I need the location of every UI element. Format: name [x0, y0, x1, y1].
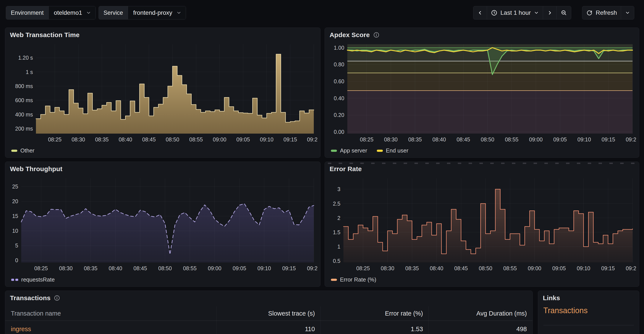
- svg-text:0.5: 0.5: [333, 258, 340, 264]
- svg-text:08:45: 08:45: [454, 265, 468, 271]
- dashboard-toolbar: Environment oteldemo1 Service frontend-p…: [0, 0, 644, 26]
- chevron-right-icon: [547, 10, 552, 16]
- svg-text:1.5: 1.5: [333, 229, 340, 235]
- svg-text:09:05: 09:05: [552, 265, 566, 271]
- svg-text:400 ms: 400 ms: [15, 111, 33, 117]
- svg-text:08:45: 08:45: [134, 265, 147, 271]
- refresh-button[interactable]: Refresh: [582, 6, 621, 19]
- environment-value: oteldemo1: [54, 9, 82, 16]
- svg-text:200 ms: 200 ms: [15, 126, 33, 132]
- svg-text:08:25: 08:25: [48, 136, 62, 142]
- chart-legend: Other: [11, 147, 34, 154]
- time-shift-back-button[interactable]: [473, 6, 487, 19]
- svg-text:1: 1: [337, 244, 340, 250]
- svg-text:1.20 s: 1.20 s: [18, 55, 33, 61]
- annotation-ticks: [328, 163, 636, 164]
- legend-item[interactable]: End user: [377, 147, 408, 154]
- svg-text:1.00: 1.00: [334, 45, 344, 51]
- svg-text:08:45: 08:45: [142, 136, 156, 142]
- svg-text:08:50: 08:50: [481, 136, 494, 142]
- svg-text:09:05: 09:05: [553, 136, 567, 142]
- chevron-down-icon: [534, 10, 539, 16]
- chevron-down-icon: [176, 10, 182, 16]
- environment-variable: Environment oteldemo1: [6, 6, 96, 20]
- svg-text:08:40: 08:40: [430, 265, 444, 271]
- transaction-name-link[interactable]: ingress: [11, 325, 31, 332]
- svg-text:0: 0: [15, 257, 18, 263]
- info-icon[interactable]: [54, 295, 60, 301]
- svg-text:08:40: 08:40: [119, 136, 132, 142]
- refresh-controls: Refresh: [582, 6, 634, 20]
- svg-text:25: 25: [12, 184, 18, 190]
- clock-icon: [491, 10, 498, 16]
- svg-text:0.00: 0.00: [334, 129, 344, 135]
- svg-text:0.80: 0.80: [334, 61, 344, 67]
- svg-text:09:00: 09:00: [208, 265, 222, 271]
- svg-text:09:00: 09:00: [529, 136, 543, 142]
- svg-text:08:55: 08:55: [183, 265, 196, 271]
- svg-text:08:50: 08:50: [479, 265, 492, 271]
- svg-text:09:15: 09:15: [282, 265, 296, 271]
- column-header-error-rate[interactable]: Error rate (%): [320, 306, 428, 320]
- svg-text:600 ms: 600 ms: [15, 97, 33, 103]
- refresh-interval-dropdown[interactable]: [621, 6, 634, 19]
- svg-text:10: 10: [12, 228, 18, 234]
- svg-text:08:30: 08:30: [384, 136, 398, 142]
- service-variable: Service frontend-proxy: [98, 6, 186, 20]
- svg-text:5: 5: [15, 242, 18, 249]
- transactions-link[interactable]: Transactions: [543, 306, 588, 315]
- svg-text:09:15: 09:15: [602, 136, 615, 142]
- zoom-out-button[interactable]: [556, 6, 571, 19]
- column-header-transaction-name[interactable]: Transaction name: [5, 306, 216, 320]
- svg-text:08:30: 08:30: [59, 265, 73, 271]
- legend-swatch: [377, 150, 383, 152]
- panel-web-transaction-time: Web Transaction Time 08:2508:3008:3508:4…: [5, 28, 320, 158]
- svg-text:09:00: 09:00: [528, 265, 541, 271]
- svg-text:09:20: 09:20: [626, 136, 636, 142]
- legend-item[interactable]: requestsRate: [11, 276, 55, 283]
- svg-text:08:30: 08:30: [381, 265, 394, 271]
- svg-text:08:55: 08:55: [189, 136, 203, 142]
- svg-text:20: 20: [12, 198, 18, 204]
- environment-select[interactable]: oteldemo1: [49, 6, 96, 19]
- time-shift-forward-button[interactable]: [543, 6, 556, 19]
- table-header-row: Transaction name Slowest trace (s) Error…: [5, 306, 532, 321]
- legend-item[interactable]: Error Rate (%): [331, 276, 376, 283]
- legend-label: requestsRate: [21, 276, 55, 283]
- time-range-picker[interactable]: Last 1 hour: [487, 6, 543, 19]
- zoom-out-icon: [561, 10, 567, 16]
- apdex-score-chart[interactable]: 08:2508:3008:3508:4008:4508:5008:5509:00…: [328, 42, 636, 145]
- transactions-table: Transaction name Slowest trace (s) Error…: [5, 306, 532, 334]
- svg-text:0.60: 0.60: [334, 78, 344, 84]
- column-header-slowest-trace[interactable]: Slowest trace (s): [216, 306, 320, 320]
- legend-label: App server: [340, 147, 367, 154]
- svg-text:08:25: 08:25: [34, 265, 48, 271]
- service-select[interactable]: frontend-proxy: [128, 6, 186, 19]
- info-icon[interactable]: [373, 32, 380, 38]
- legend-item[interactable]: Other: [11, 147, 34, 154]
- panel-title: Links: [543, 294, 560, 302]
- panel-title: Apdex Score: [330, 31, 380, 39]
- environment-label: Environment: [6, 6, 49, 19]
- divider: [543, 325, 634, 325]
- column-header-avg-duration[interactable]: Avg Duration (ms): [428, 306, 532, 320]
- legend-item[interactable]: App server: [331, 147, 367, 154]
- svg-text:09:10: 09:10: [577, 136, 591, 142]
- error-rate-chart[interactable]: 08:2508:3008:3508:4008:4508:5008:5509:00…: [328, 176, 636, 274]
- chart-legend: Error Rate (%): [331, 276, 376, 283]
- svg-text:08:30: 08:30: [72, 136, 85, 142]
- time-range-controls: Last 1 hour: [473, 6, 571, 20]
- web-throughput-chart[interactable]: 08:2508:3008:3508:4008:4508:5008:5509:00…: [8, 176, 317, 274]
- svg-text:08:40: 08:40: [109, 265, 122, 271]
- time-range-label: Last 1 hour: [500, 9, 531, 16]
- web-transaction-time-chart[interactable]: 08:2508:3008:3508:4008:4508:5008:5509:00…: [8, 42, 317, 145]
- svg-text:08:25: 08:25: [360, 136, 374, 142]
- svg-text:09:00: 09:00: [213, 136, 226, 142]
- service-label: Service: [99, 6, 128, 19]
- chevron-down-icon: [625, 10, 630, 16]
- panel-title: Transactions: [10, 294, 60, 302]
- error-rate-value: 1.53: [320, 321, 428, 334]
- svg-text:08:55: 08:55: [505, 136, 518, 142]
- svg-text:0.40: 0.40: [334, 95, 344, 101]
- svg-text:08:45: 08:45: [456, 136, 470, 142]
